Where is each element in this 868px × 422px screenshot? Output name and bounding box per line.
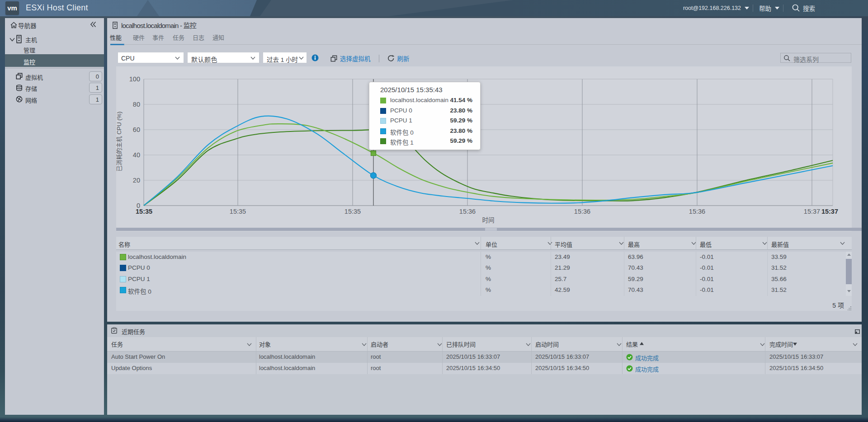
svg-text:40: 40 bbox=[133, 151, 140, 159]
svg-text:时间: 时间 bbox=[482, 217, 495, 224]
svg-text:15:37: 15:37 bbox=[821, 208, 838, 215]
svg-text:60: 60 bbox=[133, 126, 140, 133]
svg-text:已消耗的主机 CPU (%): 已消耗的主机 CPU (%) bbox=[116, 112, 123, 172]
svg-text:100: 100 bbox=[129, 75, 140, 83]
svg-text:15:35: 15:35 bbox=[136, 208, 152, 215]
svg-text:15:35: 15:35 bbox=[344, 208, 361, 215]
svg-text:80: 80 bbox=[133, 101, 140, 108]
svg-text:15:35: 15:35 bbox=[230, 208, 246, 215]
svg-text:15:36: 15:36 bbox=[574, 208, 590, 215]
svg-text:15:37: 15:37 bbox=[804, 208, 820, 215]
svg-text:20: 20 bbox=[133, 177, 140, 184]
svg-text:15:36: 15:36 bbox=[459, 208, 476, 215]
svg-text:15:36: 15:36 bbox=[689, 208, 705, 215]
